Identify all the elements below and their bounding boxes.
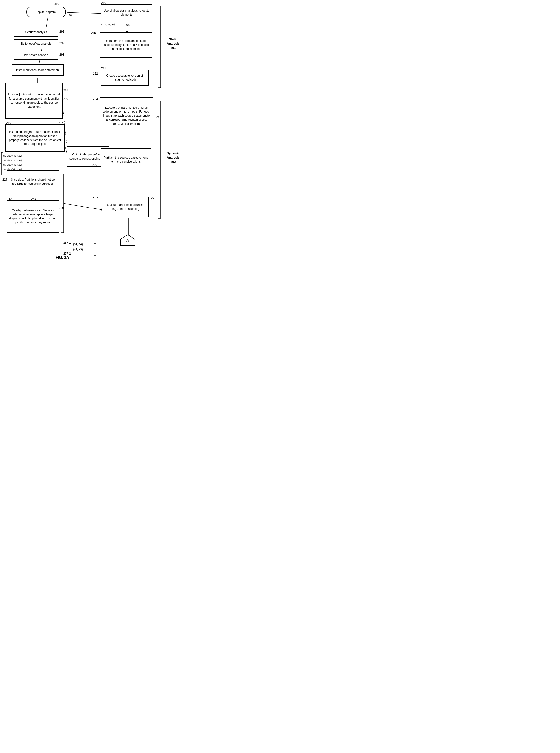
input-program-box: Input: Program: [26, 7, 66, 17]
diagram-container: Input: Program 205 207 Use shallow stati…: [0, 0, 216, 288]
dynamic-text: Dynamic: [164, 151, 183, 155]
label-218: 218: [63, 89, 68, 92]
analysis-text: Analysis: [164, 41, 183, 46]
mapping-s1: {s₁, statements₁}: [2, 154, 22, 158]
label-257-1: 257-1: [63, 241, 71, 244]
type-state-box: Type-state analysis: [14, 51, 58, 60]
slice-size-box: Slice size: Partitions should not be too…: [7, 170, 59, 193]
set-s1-s4: {s1, s4}: [73, 242, 83, 247]
partition-sources-label: Partition the sources based on one or mo…: [103, 156, 149, 164]
svg-text:A: A: [126, 238, 129, 242]
overlap-slices-box: Overlap between slices: Sources whose sl…: [7, 200, 59, 233]
label-255: 255: [151, 197, 155, 200]
mapping-s3: {s₃, statements₃}: [2, 162, 22, 167]
instrument-source-box: Instrument each source statement: [12, 64, 63, 76]
buffer-overflow-box: Buffer overflow analysis: [14, 39, 58, 48]
label-215: 215: [91, 31, 96, 35]
fig-label: FIG. 2A: [38, 256, 86, 260]
svg-line-0: [67, 13, 103, 14]
type-state-label: Type-state analysis: [24, 53, 48, 57]
instrument-program-label: Instrument the program to enable subsequ…: [102, 39, 150, 51]
output-partitions-label: Output: Partitions of sources (e.g., set…: [104, 203, 146, 211]
label-210: 210: [101, 1, 106, 4]
overlap-slices-label: Overlap between slices: Sources whose sl…: [9, 209, 57, 224]
svg-line-21: [63, 203, 103, 210]
slice-size-label: Slice size: Partitions should not be too…: [9, 178, 57, 186]
label-225: 225: [155, 115, 159, 119]
label-208: 208: [125, 23, 129, 27]
partition-sources-box: Partition the sources based on one or mo…: [101, 148, 151, 171]
shallow-static-box: Use shallow static analysis to locate el…: [101, 4, 152, 21]
create-executable-box: Create executable version of instrumente…: [101, 70, 149, 86]
dynamic-analysis-label: Dynamic Analysis 202: [164, 151, 183, 164]
static-analysis-label: Static Analysis 201: [164, 37, 183, 51]
label-292: 292: [59, 41, 64, 45]
label-293: 293: [59, 53, 64, 56]
label-220: 220: [63, 97, 68, 100]
instrument-program-box: Instrument the program to enable subsequ…: [100, 33, 152, 58]
label-257-2: 257-2: [63, 252, 71, 255]
label-240: 240: [7, 197, 12, 201]
label-222: 222: [93, 72, 98, 75]
execute-program-label: Execute the instrumented program code on…: [102, 106, 151, 126]
label-230-2: 230-2: [59, 206, 66, 210]
connector-a-shape: A: [120, 235, 135, 249]
label-205: 205: [54, 2, 59, 6]
input-program-label: Input: Program: [37, 10, 56, 14]
buffer-overflow-label: Buffer overflow analysis: [21, 42, 51, 46]
create-executable-label: Create executable version of instrumente…: [103, 74, 146, 82]
static-num: 201: [164, 46, 183, 50]
shallow-static-label: Use shallow static analysis to locate el…: [103, 8, 150, 17]
label-291: 291: [59, 30, 64, 33]
label-207: 207: [68, 13, 73, 17]
security-analysis-box: Security analysis: [14, 27, 58, 37]
partition-sets: {s1, s4} {s2, s3}: [73, 242, 83, 252]
static-text: Static: [164, 37, 183, 41]
label-216: 216: [59, 121, 63, 124]
label-245: 245: [31, 197, 36, 201]
instrument-propagation-box: Instrument program such that each data-f…: [5, 124, 65, 152]
dynamic-num: 202: [164, 160, 183, 164]
mapping-brace: [0, 152, 4, 175]
label-219: 219: [6, 121, 11, 124]
set-s2-s3: {s2, s3}: [73, 247, 83, 252]
label-223: 223: [93, 97, 98, 100]
execute-program-box: Execute the instrumented program code on…: [100, 97, 154, 134]
s-set-label: {s₁, s₂, s₃, s₄}: [100, 23, 115, 26]
label-230-1: 230-1: [12, 167, 19, 171]
label-object-label: Label object created due to a source cal…: [8, 93, 60, 109]
instrument-source-label: Instrument each source statement: [16, 68, 59, 72]
label-object-box: Label object created due to a source cal…: [5, 83, 63, 119]
label-217: 217: [101, 67, 106, 70]
label-230: 230: [92, 163, 97, 166]
output-partitions-box: Output: Partitions of sources (e.g., set…: [102, 197, 149, 217]
analysis-text2: Analysis: [164, 155, 183, 160]
label-257: 257: [93, 197, 98, 200]
security-analysis-label: Security analysis: [25, 30, 47, 34]
mapping-s2: {s₂, statements₂}: [2, 158, 22, 163]
instrument-propagation-label: Instrument program such that each data-f…: [8, 130, 62, 146]
